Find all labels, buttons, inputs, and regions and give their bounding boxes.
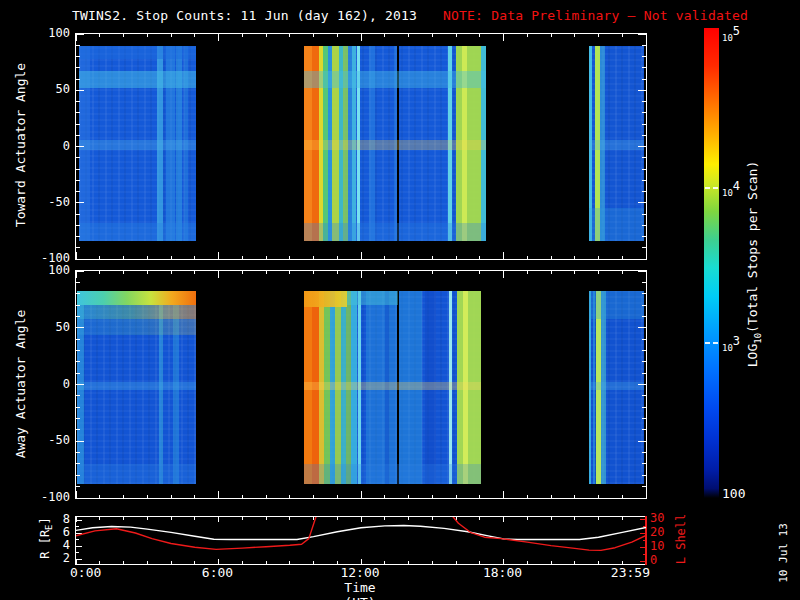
y-tick [76, 112, 80, 113]
y-tick-label: 50 [28, 321, 70, 334]
y-tick [76, 247, 80, 248]
y-tick [76, 191, 80, 192]
x-tick [574, 271, 575, 274]
y-tick [642, 79, 646, 80]
y-tick [642, 124, 646, 125]
time-tick-label: 18:00 [468, 565, 538, 580]
y-tick [76, 169, 80, 170]
y-tick [642, 214, 646, 215]
y-tick [76, 463, 80, 464]
y-tick [638, 327, 646, 328]
y-tick [76, 259, 84, 260]
x-tick [99, 271, 100, 274]
y-tick [642, 282, 646, 283]
x-tick [479, 271, 480, 274]
x-tick [337, 495, 338, 498]
r-axis-label: R [RE] [38, 517, 54, 559]
spectro-band [304, 291, 347, 307]
x-tick [242, 271, 243, 274]
spectro-band [77, 382, 196, 390]
x-tick [527, 34, 528, 37]
y-tick [76, 236, 80, 237]
x-tick [503, 252, 504, 259]
y-tick [76, 146, 84, 147]
x-tick [289, 271, 290, 274]
x-tick [171, 495, 172, 498]
x-tick [551, 271, 552, 274]
x-tick [574, 34, 575, 37]
x-tick [479, 495, 480, 498]
x-tick [171, 256, 172, 259]
away-spectrogram-panel: 100500-50-100 [75, 270, 647, 499]
y-tick [642, 475, 646, 476]
x-tick [598, 495, 599, 498]
y-tick-label: -50 [28, 434, 70, 447]
y-tick-label: 0 [28, 140, 70, 153]
x-tick [289, 495, 290, 498]
x-tick [194, 495, 195, 498]
x-tick [456, 271, 457, 274]
x-tick [242, 256, 243, 259]
x-tick [361, 491, 362, 498]
x-tick [622, 271, 623, 274]
x-tick [337, 34, 338, 37]
x-tick [646, 271, 647, 278]
y-tick [638, 271, 646, 272]
r-line [76, 526, 646, 540]
x-tick [456, 256, 457, 259]
y-tick [642, 191, 646, 192]
y-tick [76, 90, 84, 91]
y-tick [76, 339, 80, 340]
y-tick [76, 101, 80, 102]
y-tick [76, 202, 84, 203]
y-tick [638, 146, 646, 147]
y-tick-label: 0 [28, 378, 70, 391]
x-tick [194, 256, 195, 259]
x-tick [479, 256, 480, 259]
y-tick-label: 100 [28, 264, 70, 277]
y-tick [76, 67, 80, 68]
x-tick [527, 256, 528, 259]
colorbar-tick-label: 100 [722, 489, 745, 499]
y-tick [76, 214, 80, 215]
y-tick [642, 316, 646, 317]
l-tick-label: 0 [650, 554, 670, 567]
x-tick [242, 34, 243, 37]
y-tick [642, 350, 646, 351]
y-tick [642, 236, 646, 237]
spectro-band [304, 71, 486, 88]
l-tick-label: 10 [650, 540, 670, 553]
x-tick [313, 495, 314, 498]
y-tick [76, 452, 80, 453]
y-tick [642, 169, 646, 170]
x-tick [432, 271, 433, 274]
x-tick [432, 256, 433, 259]
spectro-band [304, 223, 486, 241]
time-tick-label: 6:00 [183, 565, 253, 580]
x-tick [337, 271, 338, 274]
x-tick [456, 34, 457, 37]
y-tick-label: 50 [28, 83, 70, 96]
y-tick [638, 202, 646, 203]
x-tick [266, 495, 267, 498]
x-tick [503, 34, 504, 41]
x-tick [289, 256, 290, 259]
time-tick-label: 0:00 [70, 565, 140, 580]
toward-spectrogram-panel: 100500-50-100 [75, 33, 647, 260]
y-tick [642, 180, 646, 181]
y-tick [638, 259, 646, 260]
colorbar-tick-label: 105 [722, 28, 740, 43]
y-tick [76, 327, 84, 328]
x-tick [147, 34, 148, 37]
y-tick [638, 384, 646, 385]
y-tick [642, 101, 646, 102]
x-tick [646, 34, 647, 41]
y-tick [638, 34, 646, 35]
y-tick [76, 316, 80, 317]
y-tick [76, 475, 80, 476]
x-tick [123, 256, 124, 259]
x-tick [76, 34, 77, 41]
y-tick [642, 225, 646, 226]
time-axis-label: Time (UT) [325, 580, 395, 600]
colorbar-level-dash [713, 187, 718, 189]
